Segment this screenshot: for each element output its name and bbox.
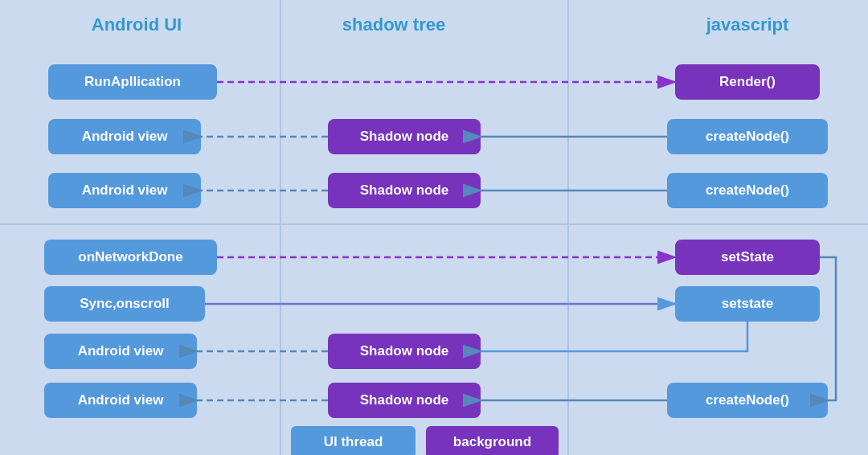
shadow-node-3-box: Shadow node <box>328 334 481 369</box>
sync-onscroll-box: Sync,onscroll <box>44 286 205 322</box>
render-box: Render() <box>675 64 820 100</box>
col-header-shadow-tree: shadow tree <box>305 14 482 35</box>
main-container: Android UI shadow tree javascript RunApl… <box>0 0 868 455</box>
on-network-done-box: onNetworkDone <box>44 240 217 275</box>
create-node-3-box: createNode() <box>667 383 828 418</box>
setstate-box: setstate <box>675 286 820 322</box>
android-view-2-box: Android view <box>48 173 201 208</box>
run-application-box: RunApllication <box>48 64 217 100</box>
android-view-4-box: Android view <box>44 383 197 418</box>
create-node-2-box: createNode() <box>667 173 828 208</box>
android-view-3-box: Android view <box>44 334 197 369</box>
legend-ui-thread: UI thread <box>291 426 416 455</box>
shadow-node-1-box: Shadow node <box>328 119 481 154</box>
create-node-1-box: createNode() <box>667 119 828 154</box>
col-header-android-ui: Android UI <box>48 14 225 35</box>
divider-left <box>280 0 281 455</box>
set-state-box: setState <box>675 240 820 275</box>
shadow-node-2-box: Shadow node <box>328 173 481 208</box>
divider-right <box>567 0 569 455</box>
android-view-1-box: Android view <box>48 119 201 154</box>
col-header-javascript: javascript <box>659 14 836 35</box>
legend-background: background <box>426 426 559 455</box>
h-separator <box>0 223 868 225</box>
shadow-node-4-box: Shadow node <box>328 383 481 418</box>
